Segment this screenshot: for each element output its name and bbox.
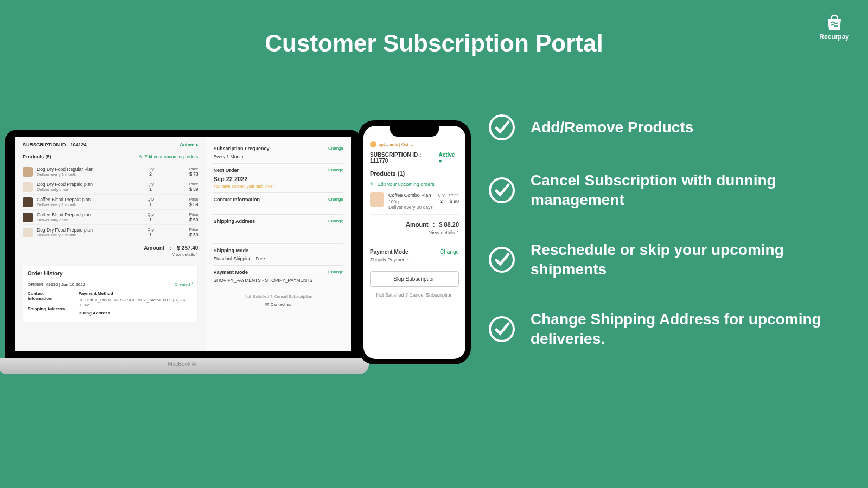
product-item: Dog Dry Food Prepaid planDeliver every 1… xyxy=(23,224,198,240)
product-image xyxy=(23,213,33,222)
subscription-id: SUBSCRIPTION ID : 111770 xyxy=(370,152,438,164)
view-details-toggle[interactable]: View details ˅ xyxy=(23,252,198,257)
product-name: Dog Dry Food Prepaid plan xyxy=(37,182,93,187)
phone-device: opt... ards | Oct ... SUBSCRIPTION ID : … xyxy=(358,120,471,364)
laptop-device: SUBSCRIPTION ID : 104124 Active Products… xyxy=(5,130,361,374)
product-price: $ 39 xyxy=(189,232,199,237)
payment-mode-label: Payment Mode xyxy=(213,269,248,275)
pencil-icon: ✎ xyxy=(139,155,143,159)
product-sub: 100g Deliver every 30 days xyxy=(388,199,433,210)
order-status-toggle[interactable]: Created ˄ xyxy=(175,282,194,287)
status-badge: Active xyxy=(180,142,198,147)
product-qty: 1 xyxy=(149,217,152,222)
product-price: $ 78 xyxy=(189,171,199,177)
change-payment-link[interactable]: Change xyxy=(328,269,343,275)
next-order-date: Sep 22 2022 xyxy=(213,176,343,182)
change-next-link[interactable]: Change xyxy=(328,168,343,173)
amount-sep: : xyxy=(433,221,435,228)
product-sub: Deliver only once xyxy=(37,187,139,192)
contact-us-link[interactable]: ✉ Contact us xyxy=(213,302,343,307)
product-sub: Deliver every 1 month xyxy=(37,202,139,207)
page-title: Customer Subscription Portal xyxy=(0,0,868,57)
change-payment-link[interactable]: Change xyxy=(440,249,459,255)
brand-name: Recurpay xyxy=(819,33,849,41)
product-price: $ 59 xyxy=(189,217,199,222)
product-name: Coffee Blend Prepaid plan xyxy=(37,197,91,202)
check-icon xyxy=(488,316,515,343)
product-qty: 1 xyxy=(149,187,152,192)
shipping-mode-value: Standard Shipping - Free xyxy=(213,256,343,261)
cancel-subscription-link[interactable]: Cancel Subscription xyxy=(410,292,453,298)
product-price: $ 59 xyxy=(189,202,199,207)
svg-point-1 xyxy=(490,178,514,202)
shipping-address-label: Shipping Address xyxy=(213,219,255,224)
products-heading: Products (5) xyxy=(23,154,52,159)
product-price: $ 39 xyxy=(189,187,199,192)
skipped-note: You have skipped your next order xyxy=(213,184,343,189)
amount-label: Amount xyxy=(406,221,429,228)
product-qty: 1 xyxy=(149,202,152,207)
brand-logo: Recurpay xyxy=(819,14,849,41)
check-icon xyxy=(488,177,515,204)
product-name: Coffee Combo Plan xyxy=(388,192,431,198)
subscription-id: SUBSCRIPTION ID : 104124 xyxy=(23,142,87,147)
device-label: MacBook Air xyxy=(0,358,369,367)
payment-method-label: Payment Method xyxy=(79,291,194,296)
product-sub: Deliver every 1 month xyxy=(37,172,139,177)
svg-point-3 xyxy=(490,317,514,341)
feature-text: Reschedule or skip your upcoming shipmen… xyxy=(531,240,825,280)
skip-subscription-button[interactable]: Skip Subscription xyxy=(370,271,459,287)
payment-mode-value: Shopify Payments xyxy=(370,257,459,262)
next-order-label: Next Order xyxy=(213,168,239,173)
amount-value: $ 88.20 xyxy=(439,221,459,228)
not-satisfied-text: Not Satisfied ? xyxy=(245,294,273,299)
product-item: Coffee Blend Prepaid planDeliver every 1… xyxy=(23,194,198,209)
check-icon xyxy=(488,114,515,141)
product-image xyxy=(23,182,33,192)
product-image xyxy=(23,228,33,237)
product-qty: 1 xyxy=(149,232,152,237)
svg-point-2 xyxy=(490,248,514,272)
step-icon xyxy=(370,141,376,147)
payment-method-value: SHOPIFY_PAYMENTS - SHOPIFY_PAYMENTS (R) … xyxy=(79,298,186,307)
view-details-toggle[interactable]: View details ˅ xyxy=(370,230,459,235)
change-shipping-link[interactable]: Change xyxy=(328,219,343,224)
feature-item: Add/Remove Products xyxy=(488,114,825,141)
amount-value: $ 257.40 xyxy=(177,245,198,251)
status-badge: Active ● xyxy=(438,152,459,164)
product-item: Dog Dry Food Prepaid planDeliver only on… xyxy=(23,179,198,194)
cancel-subscription-link[interactable]: Cancel Subscription xyxy=(274,294,312,299)
billing-address-label: Billing Address xyxy=(79,311,194,316)
subscription-sidebar: Subscription FrequencyChange Every 1 Mon… xyxy=(206,137,351,351)
shipping-mode-label: Shipping Mode xyxy=(213,248,248,253)
payment-mode-label: Payment Mode xyxy=(370,249,409,255)
contact-info-label: Contact Information xyxy=(28,291,68,301)
edit-upcoming-link[interactable]: Edit your upcoming orders xyxy=(378,182,435,187)
product-qty: 2 xyxy=(149,171,152,177)
not-satisfied-text: Not Satisfied ? xyxy=(376,292,408,298)
feature-list: Add/Remove Products Cancel Subscription … xyxy=(488,114,825,378)
product-sub: Deliver every 1 month xyxy=(37,233,139,237)
order-id-line: ORDER: #1036 | Jun 10 2022 xyxy=(28,282,85,287)
products-heading: Products (1) xyxy=(370,170,459,177)
subscription-main: SUBSCRIPTION ID : 104124 Active Products… xyxy=(15,137,206,351)
product-item: Coffee Blend Prepaid planDeliver only on… xyxy=(23,209,198,224)
product-name: Dog Dry Food Regular Plan xyxy=(37,166,93,172)
contact-info-label: Contact Information xyxy=(213,197,260,202)
frequency-value: Every 1 Month xyxy=(213,154,343,159)
order-history: Order History ORDER: #1036 | Jun 10 2022… xyxy=(23,266,198,322)
product-name: Dog Dry Food Prepaid plan xyxy=(37,227,93,233)
edit-upcoming-link[interactable]: Edit your upcoming orders xyxy=(144,154,198,159)
product-qty: 2 xyxy=(440,198,443,204)
product-sub: Deliver only once xyxy=(37,217,139,222)
shipping-address-label: Shipping Address xyxy=(28,306,68,311)
feature-item: Change Shipping Address for upcoming del… xyxy=(488,310,825,349)
product-item: Dog Dry Food Regular PlanDeliver every 1… xyxy=(23,164,198,179)
feature-item: Cancel Subscription with dunning managem… xyxy=(488,171,825,210)
feature-text: Add/Remove Products xyxy=(531,118,693,137)
frequency-label: Subscription Frequency xyxy=(213,146,269,151)
product-name: Coffee Blend Prepaid plan xyxy=(37,212,91,217)
change-contact-link[interactable]: Change xyxy=(328,197,343,202)
feature-text: Change Shipping Address for upcoming del… xyxy=(531,310,825,349)
change-frequency-link[interactable]: Change xyxy=(328,146,343,151)
